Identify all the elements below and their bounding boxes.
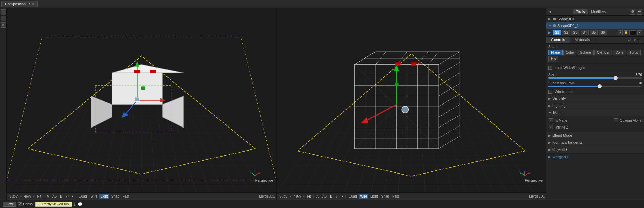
wireframe-label: Wireframe [555,90,572,94]
btn-shad-right[interactable]: Shad [380,194,390,199]
btn-fast-left[interactable]: Fast [121,194,130,199]
visibility-header[interactable]: ▶ Visibility [546,95,644,102]
axis-indicator-right: X Y Z [519,170,531,182]
fit-right[interactable]: Fit [306,194,312,199]
panel-tab-modifiers[interactable]: Modifiers [588,9,609,14]
shader-disable-icon[interactable]: ⊘ [618,30,623,35]
console-checkbox-label[interactable]: ✓ Consol [18,202,33,206]
btn-a-right[interactable]: A [315,194,320,199]
ctrl-tab-controls[interactable]: Controls [546,37,570,43]
matte-section: ▼ Matte ✓ Is Matte Opaque Alpha ✓ In [546,109,644,132]
shape-btn-cylinder[interactable]: Cylinder [594,50,612,55]
infinite-z-checkbox[interactable]: ✓ [549,125,553,129]
svg-rect-64 [395,62,401,66]
normals-header[interactable]: ▶ Normals/Tangents [546,139,644,146]
lighting-header[interactable]: ▶ Lighting [546,102,644,109]
ctrl-icon-reset[interactable]: ↩ [627,38,632,42]
shader-s5[interactable]: S5 [590,30,598,35]
opaque-alpha-checkbox[interactable] [614,118,618,122]
lock-width-height-checkbox[interactable]: ✓ [548,66,552,70]
viewport-right-canvas[interactable]: Perspective X Y Z [277,8,546,192]
ctrl-icon-menu[interactable]: ☰ [638,38,643,42]
subv-dropdown-left[interactable]: SubV [8,194,19,199]
svg-line-61 [365,105,397,121]
shader-s2[interactable]: S2 [562,30,570,35]
shader-icons: ⊘ 🔒 ▾ [618,30,642,35]
node-arrow-shape3d2: ▼ [548,24,552,27]
svg-rect-14 [141,86,145,90]
size-label: Size [548,73,555,77]
console-checkbox[interactable]: ✓ [18,202,22,206]
panel-icon-1[interactable]: ⚙ [630,9,635,15]
tool-icon-1[interactable]: ⬛ [1,9,6,15]
subv-dropdown-right[interactable]: SubV [278,194,289,199]
shape-btn-plane[interactable]: Plane [548,50,563,55]
shader-color-swatch[interactable] [629,30,636,35]
shader-swatch-arrow[interactable]: ▾ [637,30,642,35]
cube-3d-right [277,8,546,192]
info-icon[interactable]: ℹ [74,202,76,207]
blend-mode-header[interactable]: ▶ Blend Mode [546,132,644,139]
btn-b-left[interactable]: B [59,194,64,199]
merge3d-section[interactable]: ▶ Merge3D1 [546,153,644,160]
shape-btn-sphere[interactable]: Sphere [577,50,593,55]
node-item-shape3d1[interactable]: ▶ Shape3D1 [546,16,644,22]
btn-swap-left[interactable]: ⇄ [65,194,70,199]
size-slider-thumb[interactable] [614,76,618,80]
btn-quad-left[interactable]: Quad [77,194,88,199]
matte-header[interactable]: ▼ Matte [546,109,644,116]
flow-button[interactable]: Flow [3,202,16,207]
btn-light-right[interactable]: Light [369,194,379,199]
btn-quad-right[interactable]: Quad [347,194,358,199]
btn-wire-left[interactable]: Wire [89,194,99,199]
subdivision-slider-track[interactable] [548,86,642,87]
wireframe-checkbox[interactable] [548,90,552,94]
node-item-shape3d2[interactable]: ▼ Shape3D2_1 [546,22,644,29]
ctrl-icon-settings[interactable]: ⚙ [633,38,637,42]
tool-icon-2[interactable]: ↔ [1,16,6,21]
btn-dot-right[interactable]: • [340,194,344,199]
ctrl-tab-materials[interactable]: Materials [570,37,595,43]
viewport-bar-right: SubV ▾ 49% ▾ Fit | A ÄB B ⇄ • | Quad Wir… [277,192,546,200]
composition-tab[interactable]: Composition1 * × [1,1,38,7]
tool-icon-3[interactable]: ⊕ [1,22,6,28]
shape-btn-cone[interactable]: Cone [613,50,626,55]
btn-a-left[interactable]: A [45,194,50,199]
svg-line-16 [255,173,259,176]
btn-ab-right[interactable]: ÄB [321,194,328,199]
blend-mode-label: Blend Mode [552,133,572,137]
subdivision-slider-thumb[interactable] [598,84,602,88]
btn-wire-right[interactable]: Wire [359,194,368,199]
shader-lock-icon[interactable]: 🔒 [624,30,628,35]
shader-s6[interactable]: S6 [599,30,607,35]
shape-btn-cube[interactable]: Cube [563,50,577,55]
chat-icon[interactable]: 💬 [78,202,83,207]
btn-light-left[interactable]: Light [99,194,109,199]
panel-collapse-arrow[interactable]: ▼ [548,9,552,14]
zoom-right[interactable]: 49% [292,194,302,199]
btn-b-right[interactable]: B [329,194,334,199]
size-slider-fill [548,77,616,79]
objectid-header[interactable]: ▶ ObjectID [546,146,644,153]
panel-icon-2[interactable]: ☰ [637,9,642,15]
shape-btn-ico[interactable]: Ico [548,56,558,62]
btn-swap-right[interactable]: ⇄ [334,194,340,199]
is-matte-checkbox[interactable]: ✓ [549,118,553,122]
btn-shad-left[interactable]: Shad [110,194,121,199]
panel-tab-tools[interactable]: Tools [573,9,588,14]
tab-close-button[interactable]: × [32,2,34,6]
fit-left[interactable]: Fit [36,194,42,199]
shader-s1[interactable]: S1 [553,30,561,35]
shader-s4[interactable]: S4 [581,30,589,35]
svg-line-17 [252,173,255,176]
size-slider-track[interactable] [548,77,642,79]
main-layout: ⬛ ↔ ⊕ [0,8,644,200]
btn-ab-left[interactable]: ÄB [51,194,58,199]
shader-s3[interactable]: S3 [571,30,579,35]
btn-fast-right[interactable]: Fast [391,194,400,199]
btn-dot-left[interactable]: • [71,194,75,199]
shape-btn-torus[interactable]: Torus [627,50,640,55]
normals-label: Normals/Tangents [552,140,583,144]
viewport-left-canvas[interactable]: Perspective X Y Z [7,8,276,192]
zoom-left[interactable]: 46% [23,194,32,199]
